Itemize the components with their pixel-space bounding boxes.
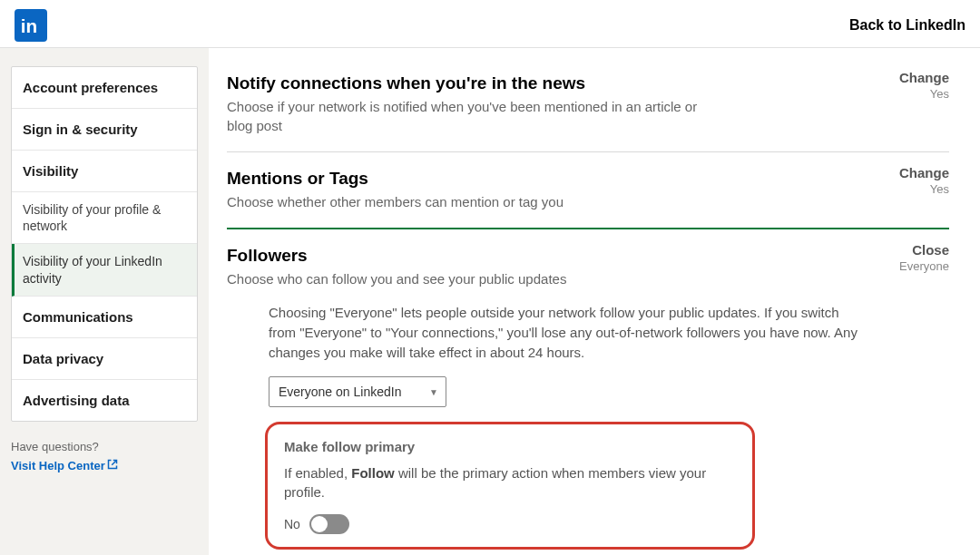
mentions-subtitle: Choose whether other members can mention… (227, 192, 717, 211)
news-change-link[interactable]: Change (899, 70, 949, 85)
section-mentions-tags: Mentions or Tags Choose whether other me… (227, 152, 949, 229)
news-value: Yes (899, 87, 949, 101)
external-link-icon (107, 459, 118, 472)
settings-main: Notify connections when you're in the ne… (209, 48, 980, 555)
followers-audience-select[interactable]: Everyone on LinkedIn ▼ (269, 376, 446, 407)
followers-close-link[interactable]: Close (899, 242, 949, 258)
back-to-linkedin-link[interactable]: Back to LinkedIn (849, 17, 965, 34)
followers-select-value: Everyone on LinkedIn (279, 385, 401, 399)
section-notify-news: Notify connections when you're in the ne… (227, 57, 949, 152)
followers-title: Followers (227, 246, 949, 266)
followers-subtitle: Choose who can follow you and see your p… (227, 269, 717, 288)
news-subtitle: Choose if your network is notified when … (227, 97, 717, 135)
settings-sidebar: Account preferences Sign in & security V… (0, 48, 209, 555)
followers-body-text: Choosing "Everyone" lets people outside … (269, 303, 862, 362)
sidebar-sub-visibility-profile-network[interactable]: Visibility of your profile & network (12, 192, 197, 244)
sidebar-item-communications[interactable]: Communications (12, 297, 197, 338)
news-title: Notify connections when you're in the ne… (227, 73, 949, 93)
mentions-change-link[interactable]: Change (899, 165, 949, 180)
follow-primary-heading: Make follow primary (284, 439, 736, 454)
sidebar-item-data-privacy[interactable]: Data privacy (12, 338, 197, 380)
mentions-value: Yes (899, 182, 949, 196)
follow-primary-toggle[interactable] (309, 514, 349, 534)
sidebar-item-signin-security[interactable]: Sign in & security (12, 109, 197, 151)
help-question-text: Have questions? (11, 440, 198, 453)
followers-value: Everyone (899, 259, 949, 273)
sidebar-item-account-preferences[interactable]: Account preferences (12, 67, 197, 109)
visit-help-center-link[interactable]: Visit Help Center (11, 459, 118, 472)
follow-primary-desc: If enabled, Follow will be the primary a… (284, 463, 736, 501)
section-followers: Followers Choose who can follow you and … (227, 229, 949, 555)
sidebar-item-advertising-data[interactable]: Advertising data (12, 380, 197, 421)
linkedin-logo[interactable]: in (15, 9, 47, 42)
chevron-down-icon: ▼ (429, 387, 438, 397)
help-link-label: Visit Help Center (11, 459, 105, 472)
follow-primary-toggle-label: No (284, 517, 300, 531)
sidebar-item-visibility[interactable]: Visibility (12, 151, 197, 192)
svg-text:in: in (21, 15, 37, 36)
make-follow-primary-callout: Make follow primary If enabled, Follow w… (265, 422, 755, 550)
toggle-knob (311, 516, 328, 532)
mentions-title: Mentions or Tags (227, 169, 949, 189)
sidebar-sub-visibility-linkedin-activity[interactable]: Visibility of your LinkedIn activity (12, 244, 197, 296)
